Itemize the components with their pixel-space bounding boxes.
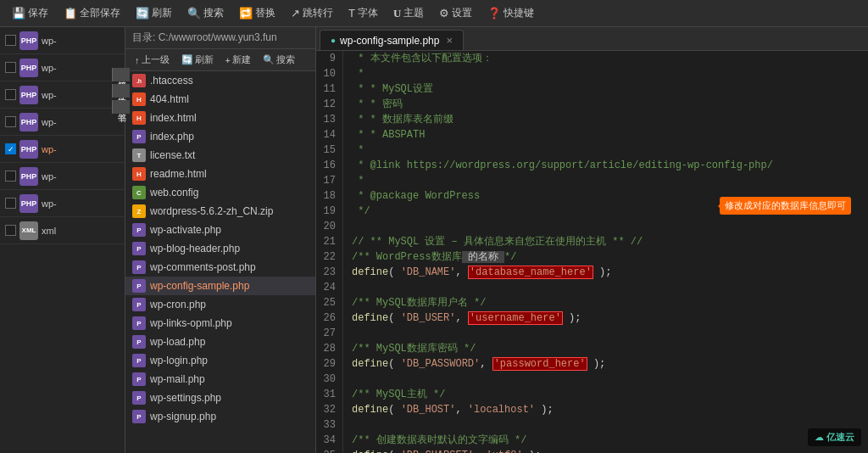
- tree-item-label: wp-mail.php: [150, 373, 205, 385]
- left-thumb-item[interactable]: PHP wp-: [0, 81, 125, 109]
- code-line-28: 28 /** MySQL数据库密码 */: [316, 341, 868, 356]
- tree-item-webconfig[interactable]: C web.config: [125, 183, 315, 202]
- left-thumb-item[interactable]: PHP wp-: [0, 54, 125, 81]
- html-icon: H: [132, 111, 146, 125]
- file-thumb-label: wp-: [42, 144, 120, 154]
- tree-item-label: wordpress-5.6.2-zh_CN.zip: [150, 205, 273, 217]
- replace-button[interactable]: 🔁 替换: [232, 3, 282, 23]
- tree-item-readme[interactable]: H readme.html: [125, 165, 315, 183]
- tree-item-license[interactable]: T license.txt: [125, 146, 315, 165]
- tree-item-404[interactable]: H 404.html: [125, 90, 315, 109]
- tree-item-index-php[interactable]: P index.php: [125, 127, 315, 146]
- tree-item-label: index.php: [150, 131, 194, 143]
- tree-item-label: wp-login.php: [150, 355, 208, 366]
- left-thumb-item[interactable]: PHP wp-: [0, 190, 125, 217]
- php-icon: P: [132, 354, 146, 367]
- shortcuts-button[interactable]: ❓ 快捷键: [481, 3, 541, 23]
- file-tree-panel: 目录: C:/wwwroot/www.yun3.fun ↑ 上一级 🔄 刷新 +…: [125, 27, 316, 453]
- tree-item-label: 404.html: [150, 93, 189, 105]
- conf-icon: C: [132, 186, 146, 199]
- html-icon: H: [132, 167, 146, 181]
- code-line-32: 32 define( 'DB_HOST', 'localhost' );: [316, 402, 868, 417]
- new-icon: +: [225, 55, 231, 65]
- php-icon: P: [132, 298, 146, 311]
- tree-item-wp-config-sample[interactable]: P wp-config-sample.php: [125, 277, 315, 295]
- tree-item-label: wp-load.php: [150, 336, 205, 348]
- code-line-21: 21 // ** MySQL 设置 – 具体信息来自您正在使用的主机 ** //: [316, 234, 868, 249]
- html-icon: H: [132, 92, 146, 106]
- file-checkbox[interactable]: [5, 116, 16, 127]
- file-checkbox[interactable]: [5, 171, 16, 182]
- side-tab-1[interactable]: 竖排标签: [112, 68, 125, 81]
- tree-item-wp-login[interactable]: P wp-login.php: [125, 351, 315, 370]
- tree-item-label: wp-blog-header.php: [150, 243, 240, 254]
- tree-search-button[interactable]: 🔍 搜索: [259, 52, 299, 68]
- tree-item-wp-activate[interactable]: P wp-activate.php: [125, 221, 315, 239]
- tree-item-wp-blog-header[interactable]: P wp-blog-header.php: [125, 239, 315, 258]
- save-icon: 💾: [12, 7, 25, 20]
- watermark-icon: ☁: [815, 432, 824, 442]
- tree-item-wp-mail[interactable]: P wp-mail.php: [125, 370, 315, 389]
- tree-item-index-html[interactable]: H index.html: [125, 109, 315, 127]
- tree-item-label: wp-links-opml.php: [150, 317, 232, 329]
- php-icon: P: [132, 372, 146, 386]
- file-checkbox[interactable]: [5, 198, 16, 209]
- search-button[interactable]: 🔍 搜索: [181, 3, 231, 23]
- tree-item-label: wp-config-sample.php: [150, 280, 249, 292]
- side-tab-2[interactable]: 文件比较: [112, 84, 125, 98]
- tree-item-wp-cron[interactable]: P wp-cron.php: [125, 295, 315, 314]
- tree-new-button[interactable]: + 新建: [221, 52, 255, 68]
- left-panel: PHP wp- PHP wp- PHP wp- PHP wp- ✓ PHP wp…: [0, 27, 125, 453]
- code-line-13: 13 * * 数据库表名前缀: [316, 112, 868, 127]
- php-icon: P: [132, 279, 146, 293]
- left-thumb-item[interactable]: ✓ PHP wp-: [0, 136, 125, 163]
- php-icon: P: [132, 335, 146, 349]
- tree-item-wp-signup[interactable]: P wp-signup.php: [125, 407, 315, 426]
- file-thumb-label: wp-: [42, 90, 120, 100]
- code-editor[interactable]: 9 * 本文件包含以下配置选项： 10 * 11 * * MySQL设置 12 …: [316, 51, 868, 453]
- file-checkbox[interactable]: [5, 62, 16, 73]
- left-thumb-item[interactable]: XML xml: [0, 217, 125, 244]
- tab-close-button[interactable]: ×: [446, 34, 453, 47]
- code-line-12: 12 * * 密码: [316, 97, 868, 112]
- tree-item-wp-settings[interactable]: P wp-settings.php: [125, 389, 315, 407]
- side-tab-3[interactable]: 书签: [112, 100, 125, 114]
- tree-refresh-icon: 🔄: [181, 54, 193, 65]
- file-checkbox[interactable]: [5, 89, 16, 100]
- tree-item-zip[interactable]: Z wordpress-5.6.2-zh_CN.zip: [125, 202, 315, 221]
- file-tree-path: 目录: C:/wwwroot/www.yun3.fun: [125, 27, 315, 49]
- refresh-button[interactable]: 🔄 刷新: [129, 3, 179, 23]
- save-all-button[interactable]: 📋 全部保存: [57, 3, 127, 23]
- font-button[interactable]: T 字体: [342, 3, 385, 23]
- tree-item-htaccess[interactable]: .h .htaccess: [125, 71, 315, 90]
- code-line-10: 10 *: [316, 66, 868, 81]
- left-thumb-item[interactable]: PHP wp-: [0, 109, 125, 136]
- main-area: PHP wp- PHP wp- PHP wp- PHP wp- ✓ PHP wp…: [0, 27, 868, 453]
- left-thumb-item[interactable]: PHP wp-: [0, 27, 125, 54]
- tree-item-wp-load[interactable]: P wp-load.php: [125, 333, 315, 351]
- php-icon: P: [132, 223, 146, 237]
- replace-icon: 🔁: [239, 7, 253, 20]
- shortcuts-icon: ❓: [487, 7, 501, 20]
- save-button[interactable]: 💾 保存: [5, 3, 55, 23]
- tree-item-wp-comments[interactable]: P wp-comments-post.php: [125, 258, 315, 277]
- tree-item-wp-links[interactable]: P wp-links-opml.php: [125, 314, 315, 333]
- editor-tab-wp-config-sample[interactable]: ● wp-config-sample.php ×: [320, 30, 464, 50]
- php-icon: P: [132, 130, 146, 143]
- jump-button[interactable]: ↗ 跳转行: [284, 3, 340, 23]
- tree-item-label: wp-cron.php: [150, 299, 206, 310]
- theme-button[interactable]: U 主题: [387, 3, 431, 23]
- php-icon: PHP: [19, 140, 38, 159]
- tree-refresh-button[interactable]: 🔄 刷新: [177, 52, 218, 68]
- tree-up-button[interactable]: ↑ 上一级: [131, 52, 174, 68]
- php-icon: PHP: [19, 31, 38, 50]
- left-thumb-item[interactable]: PHP wp-: [0, 163, 125, 190]
- settings-button[interactable]: ⚙ 设置: [432, 3, 479, 23]
- zip-icon: Z: [132, 204, 146, 218]
- htaccess-icon: .h: [132, 74, 146, 87]
- file-checkbox[interactable]: [5, 225, 16, 236]
- file-checkbox[interactable]: [5, 35, 16, 46]
- code-line-22: 22 /** WordPress数据库 的名称 */: [316, 249, 868, 265]
- tab-label: wp-config-sample.php: [340, 35, 439, 47]
- file-checkbox[interactable]: ✓: [5, 143, 16, 154]
